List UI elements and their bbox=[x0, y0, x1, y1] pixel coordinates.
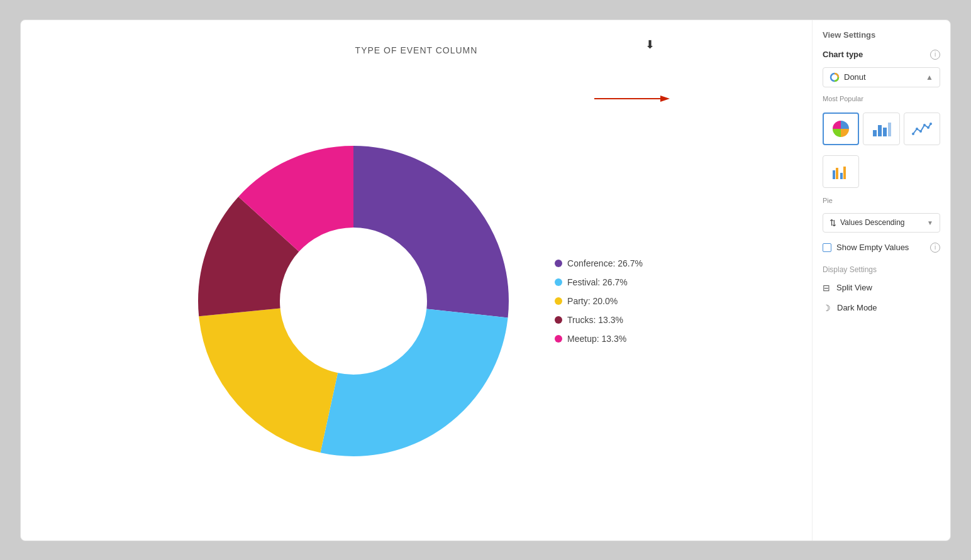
legend-label-party: Party: 20.0% bbox=[567, 296, 618, 306]
sidebar: View Settings Chart type i Donut bbox=[812, 20, 950, 541]
svg-rect-24 bbox=[843, 167, 846, 179]
download-icon[interactable]: ⬇ bbox=[645, 38, 655, 52]
chart-type-grouped-bar-btn[interactable] bbox=[823, 155, 859, 188]
legend-item-trucks: Trucks: 13.3% bbox=[555, 315, 643, 325]
split-view-icon: ⊟ bbox=[823, 283, 830, 293]
sort-icon: ⇅ bbox=[830, 218, 836, 228]
svg-rect-22 bbox=[836, 168, 838, 179]
display-settings-label: Display Settings bbox=[823, 265, 940, 274]
show-empty-row: Show Empty Values i bbox=[823, 243, 940, 253]
dropdown-chevron: ▲ bbox=[926, 73, 933, 82]
svg-point-20 bbox=[929, 123, 932, 125]
donut-mini-icon bbox=[830, 72, 840, 82]
legend-dot-meetup bbox=[555, 335, 562, 343]
chart-area: ⬇ TYPE OF EVENT COLUMN bbox=[21, 20, 812, 541]
chart-container: Conference: 26.7% Festival: 26.7% Party:… bbox=[33, 74, 799, 528]
chart-type-grid-row2 bbox=[823, 155, 940, 188]
chart-type-line-btn[interactable] bbox=[904, 113, 940, 145]
legend-item-conference: Conference: 26.7% bbox=[555, 258, 643, 268]
legend-item-meetup: Meetup: 13.3% bbox=[555, 334, 643, 344]
svg-point-5 bbox=[282, 229, 426, 373]
svg-rect-23 bbox=[840, 173, 843, 179]
legend-label-trucks: Trucks: 13.3% bbox=[567, 315, 623, 325]
svg-point-9 bbox=[833, 75, 836, 79]
show-empty-checkbox[interactable] bbox=[823, 243, 831, 252]
chart-type-grid-row1 bbox=[823, 113, 940, 145]
split-view-label: Split View bbox=[836, 283, 872, 292]
chart-type-dropdown[interactable]: Donut ▲ bbox=[823, 67, 940, 87]
svg-point-19 bbox=[927, 126, 929, 129]
main-content: ⬇ TYPE OF EVENT COLUMN bbox=[21, 20, 950, 541]
sort-label: Values Descending bbox=[840, 218, 905, 227]
svg-rect-21 bbox=[833, 170, 835, 179]
show-empty-info-icon[interactable]: i bbox=[930, 243, 940, 253]
svg-rect-14 bbox=[888, 123, 891, 136]
chart-title: TYPE OF EVENT COLUMN bbox=[355, 45, 478, 55]
donut-chart bbox=[190, 138, 517, 464]
sort-dropdown[interactable]: ⇅ Values Descending ▼ bbox=[823, 213, 940, 233]
dark-mode-row[interactable]: ☽ Dark Mode bbox=[823, 302, 940, 314]
selected-chart-type: Donut bbox=[844, 72, 866, 82]
chart-type-pie-btn[interactable] bbox=[823, 113, 859, 145]
legend-label-meetup: Meetup: 13.3% bbox=[567, 334, 626, 344]
chart-type-label: Chart type bbox=[823, 50, 863, 59]
legend-dot-trucks bbox=[555, 316, 562, 324]
legend-dot-festival bbox=[555, 278, 562, 286]
main-window: ⬇ TYPE OF EVENT COLUMN bbox=[20, 19, 951, 541]
show-empty-left: Show Empty Values bbox=[823, 243, 909, 252]
dark-mode-icon: ☽ bbox=[823, 303, 831, 313]
svg-point-18 bbox=[923, 124, 926, 126]
svg-rect-12 bbox=[878, 125, 882, 136]
show-empty-label: Show Empty Values bbox=[836, 243, 909, 252]
dropdown-selected: Donut bbox=[830, 72, 866, 82]
svg-point-15 bbox=[912, 133, 914, 135]
legend-item-festival: Festival: 26.7% bbox=[555, 277, 643, 287]
legend-item-party: Party: 20.0% bbox=[555, 296, 643, 306]
svg-point-16 bbox=[916, 128, 918, 130]
most-popular-label: Most Popular bbox=[823, 95, 940, 102]
dark-mode-label: Dark Mode bbox=[837, 303, 877, 312]
chart-type-bar-btn[interactable] bbox=[863, 113, 899, 145]
svg-rect-13 bbox=[883, 128, 887, 136]
sort-chevron: ▼ bbox=[927, 219, 933, 226]
chart-type-header: Chart type i bbox=[823, 50, 940, 60]
view-settings-label: View Settings bbox=[823, 30, 940, 42]
legend-label-festival: Festival: 26.7% bbox=[567, 277, 628, 287]
legend-dot-party bbox=[555, 297, 562, 305]
sort-left: ⇅ Values Descending bbox=[830, 218, 905, 228]
pie-label: Pie bbox=[823, 197, 940, 204]
svg-rect-11 bbox=[873, 130, 877, 136]
chart-legend: Conference: 26.7% Festival: 26.7% Party:… bbox=[555, 258, 643, 344]
svg-point-17 bbox=[919, 130, 922, 133]
legend-dot-conference bbox=[555, 260, 562, 267]
split-view-row[interactable]: ⊟ Split View bbox=[823, 282, 940, 294]
chart-type-info-icon[interactable]: i bbox=[930, 50, 940, 60]
legend-label-conference: Conference: 26.7% bbox=[567, 258, 643, 268]
